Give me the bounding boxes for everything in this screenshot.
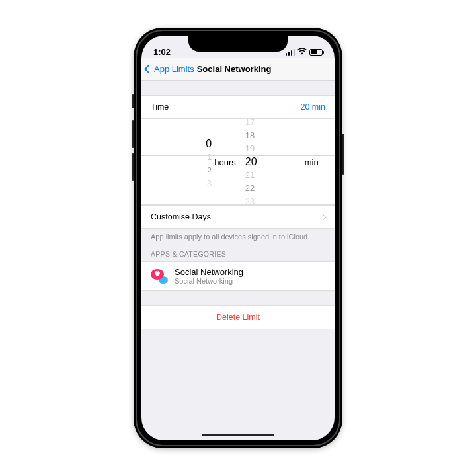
category-row-social[interactable]: Social Networking Social Networking [141,261,335,291]
page-title: Social Networking [197,64,272,74]
min-unit: min [305,157,319,167]
home-indicator[interactable] [202,434,274,436]
notch [188,36,288,52]
chevron-right-icon [320,214,327,220]
delete-limit-label: Delete Limit [216,313,260,322]
back-label: App Limits [154,64,194,74]
wifi-icon [298,48,307,57]
status-icons [286,48,323,57]
customise-days-row[interactable]: Customise Days [141,205,335,229]
cellular-icon [286,49,296,56]
footnote: App limits apply to all devices signed i… [141,229,335,250]
category-subtitle: Social Networking [175,277,243,285]
hours-unit: hours [214,157,236,167]
phone-frame: 1:02 App Limits Social Networking Time 2… [134,28,342,448]
social-networking-icon [151,268,168,285]
status-time: 1:02 [153,47,171,57]
chevron-left-icon [144,65,153,73]
category-title: Social Networking [175,267,243,277]
time-value: 20 min [300,102,325,112]
nav-bar: App Limits Social Networking [141,58,335,81]
screen: 1:02 App Limits Social Networking Time 2… [141,36,335,440]
time-picker[interactable]: 0 1 2 3 hours 17 18 19 20 21 22 23 min [141,119,335,205]
back-button[interactable]: App Limits [145,64,194,74]
customise-label: Customise Days [151,212,211,221]
delete-limit-button[interactable]: Delete Limit [141,305,335,329]
time-row[interactable]: Time 20 min [141,95,335,119]
battery-icon [309,49,323,56]
time-label: Time [151,102,169,112]
section-header: APPS & CATEGORIES [141,250,335,261]
